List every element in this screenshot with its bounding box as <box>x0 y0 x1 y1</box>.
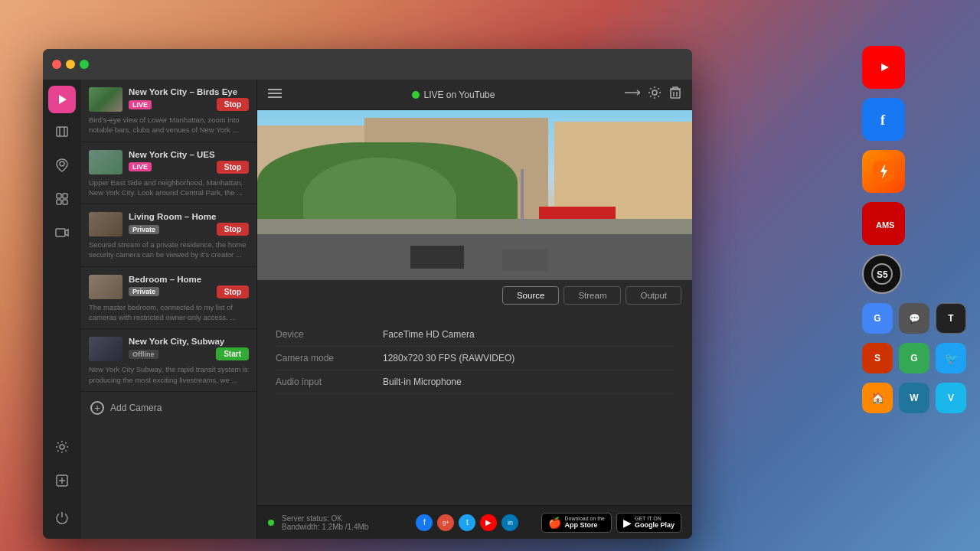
facebook-desktop-icon[interactable]: f <box>862 98 905 141</box>
desktop-icons: f AMS S5 G 💬 T S <box>862 46 966 413</box>
twitter-small-icon[interactable]: 🐦 <box>936 343 966 373</box>
camera-list: New York City – Birds Eye LIVE Stop Bird… <box>81 80 257 539</box>
wordpress-icon[interactable]: W <box>899 383 929 413</box>
trash-icon[interactable] <box>669 86 681 103</box>
sidebar-icon-location[interactable] <box>47 150 77 181</box>
google-play-badge[interactable]: ▶ GET IT ON Google Play <box>616 513 681 533</box>
sidebar-icon-grid[interactable] <box>47 184 77 214</box>
facebook-social-icon[interactable]: f <box>416 514 433 531</box>
status-badge: Offline <box>129 350 158 359</box>
detail-row-camera-mode: Camera mode 980x551 30 FPS (RAWVIDEO) <box>276 347 674 370</box>
traffic-pole <box>521 169 524 230</box>
app-logo[interactable] <box>48 86 76 113</box>
camera-thumbnail <box>89 87 122 112</box>
youtube-desktop-icon[interactable] <box>862 46 905 89</box>
thumbnail-image <box>89 337 122 361</box>
details-panel: Device FaceTime HD Camera Camera mode 12… <box>257 311 692 505</box>
sidebar-icon-map[interactable] <box>47 116 77 147</box>
sidewalk <box>257 219 692 234</box>
store-badges: 🍎 Download on the App Store ▶ GET IT ON … <box>541 513 681 533</box>
car <box>410 246 464 269</box>
live-status-text: LIVE on YouTube <box>424 90 495 100</box>
camera-status-row: Offline Start <box>129 347 249 360</box>
home-icon[interactable]: 🏠 <box>862 383 893 413</box>
tumblr-icon[interactable]: T <box>936 303 966 334</box>
thumbnail-image <box>89 87 122 112</box>
small-icon-row-3: 🏠 W V <box>862 383 966 413</box>
sidebar-icon-settings[interactable] <box>47 432 77 462</box>
list-item[interactable]: New York City – UES LIVE Stop Upper East… <box>81 142 256 205</box>
camera-status-row: Private Stop <box>129 223 249 236</box>
googleplus-social-icon[interactable]: g+ <box>437 514 454 531</box>
camera-mode-value: 980x551 30 FPS (RAWVIDEO) <box>383 353 514 364</box>
g2-icon[interactable]: G <box>899 343 929 373</box>
s-icon[interactable]: S <box>862 343 893 373</box>
maximize-button[interactable] <box>80 60 89 69</box>
tab-output[interactable]: Output <box>626 286 681 305</box>
google-play-sub: GET IT ON <box>635 516 675 521</box>
camera-description: New York City Subway, the rapid transit … <box>89 364 249 385</box>
svg-text:AMS: AMS <box>876 220 894 230</box>
ams-desktop-icon[interactable]: AMS <box>862 202 905 245</box>
stop-button[interactable]: Stop <box>217 98 249 111</box>
add-camera-button[interactable]: + Add Camera <box>81 392 256 424</box>
camera-description: The master bedroom, connected to my list… <box>89 302 249 323</box>
camera-description: Bird's-eye view of Lower Manhattan, zoom… <box>89 115 249 135</box>
status-info: Server status: OK Bandwidth: 1.2Mb /1.4M… <box>282 514 368 531</box>
google-play-icon: ▶ <box>623 517 632 529</box>
minimize-button[interactable] <box>66 60 75 69</box>
stop-button[interactable]: Stop <box>217 161 249 174</box>
menu-icon[interactable] <box>268 88 282 102</box>
controls-bar: Source Stream Output <box>257 280 692 311</box>
app-store-badge[interactable]: 🍎 Download on the App Store <box>541 513 612 533</box>
bandwidth-text: Bandwidth: 1.2Mb /1.4Mb <box>282 523 368 531</box>
list-item[interactable]: Bedroom – Home Private Stop The master b… <box>81 267 256 330</box>
youtube-social-icon[interactable]: ▶ <box>480 514 497 531</box>
sidebar-icon-add[interactable] <box>47 465 77 496</box>
stop-button[interactable]: Stop <box>217 285 249 298</box>
chat-icon[interactable]: 💬 <box>899 303 929 334</box>
status-badge: Private <box>129 225 159 234</box>
stop-button[interactable]: Stop <box>217 223 249 236</box>
tab-source[interactable]: Source <box>502 286 559 305</box>
thumbnail-image <box>89 212 122 236</box>
svg-rect-15 <box>57 194 61 198</box>
g-icon[interactable]: G <box>862 303 893 334</box>
live-indicator: LIVE on YouTube <box>412 90 495 100</box>
svg-point-14 <box>60 161 64 166</box>
camera-header: New York City – UES LIVE Stop <box>89 150 249 174</box>
camera-status-row: Private Stop <box>129 285 249 298</box>
twitter-social-icon[interactable]: t <box>459 514 475 531</box>
svg-rect-17 <box>57 200 61 204</box>
s5-desktop-icon[interactable]: S5 <box>862 254 902 294</box>
vimeo-icon[interactable]: V <box>936 383 966 413</box>
sidebar-icon-power[interactable] <box>47 502 77 533</box>
camera-description: Upper East Side and neighborhood, Manhat… <box>89 178 249 198</box>
live-dot <box>412 91 420 99</box>
svg-marker-20 <box>65 230 68 236</box>
camera-status-row: LIVE Stop <box>129 98 249 111</box>
list-item[interactable]: New York City, Subway Offline Start New … <box>81 329 256 392</box>
list-item[interactable]: Living Room – Home Private Stop Secured … <box>81 204 256 267</box>
start-button[interactable]: Start <box>216 347 249 360</box>
close-button[interactable] <box>52 60 61 69</box>
list-item[interactable]: New York City – Birds Eye LIVE Stop Bird… <box>81 80 256 142</box>
camera-name: New York City – UES <box>129 150 249 159</box>
tab-stream[interactable]: Stream <box>564 286 621 305</box>
share-icon[interactable] <box>625 86 640 103</box>
camera-name: Bedroom – Home <box>129 275 249 284</box>
sidebar-icon-video[interactable] <box>47 217 77 248</box>
svg-text:S5: S5 <box>877 269 888 280</box>
camera-mode-label: Camera mode <box>276 353 383 364</box>
status-badge: LIVE <box>129 100 152 109</box>
linkedin-social-icon[interactable]: in <box>501 514 518 531</box>
status-bar: Server status: OK Bandwidth: 1.2Mb /1.4M… <box>257 505 692 539</box>
gear-icon[interactable] <box>648 86 662 103</box>
main-window: New York City – Birds Eye LIVE Stop Bird… <box>43 49 692 539</box>
red-awning <box>539 207 616 219</box>
apple-icon: 🍎 <box>548 517 561 529</box>
road <box>257 227 692 280</box>
bolt-desktop-icon[interactable] <box>862 150 905 193</box>
main-content: LIVE on YouTube <box>257 80 692 539</box>
svg-rect-16 <box>63 194 67 198</box>
